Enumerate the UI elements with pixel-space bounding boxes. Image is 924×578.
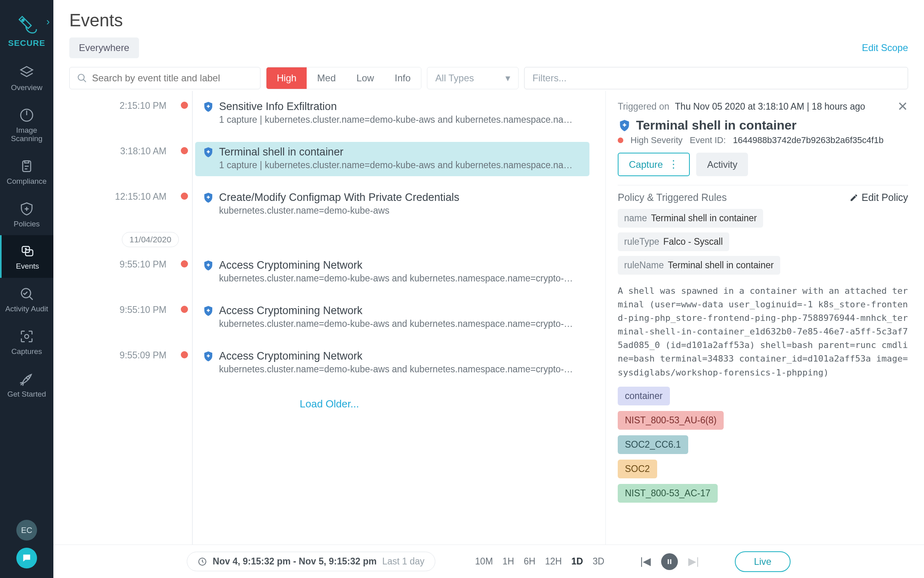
main: Events Everywhere Edit Scope High Med Lo… <box>53 0 924 578</box>
severity-med-button[interactable]: Med <box>307 67 346 89</box>
tag[interactable]: NIST_800-53_AC-17 <box>618 484 718 503</box>
event-row[interactable]: 9:55:10 PM Access Cryptomining Network k… <box>53 250 605 295</box>
clock-icon <box>198 557 207 566</box>
tag[interactable]: SOC2 <box>618 460 657 478</box>
time-preset-group: 10M 1H 6H 12H 1D 3D <box>475 556 605 567</box>
edit-policy-link[interactable]: Edit Policy <box>850 192 908 203</box>
triggered-label: Triggered on <box>618 101 670 112</box>
shield-icon <box>202 350 214 362</box>
event-row[interactable]: 12:15:10 AM Create/Modify Configmap With… <box>53 182 605 227</box>
time-preset-1d[interactable]: 1D <box>572 556 583 567</box>
triggered-value: Thu Nov 05 2020 at 3:18:10 AM | 18 hours… <box>675 101 865 112</box>
time-preset-3d[interactable]: 3D <box>593 556 604 567</box>
event-id-label: Event ID: <box>690 135 726 145</box>
filters-input[interactable] <box>524 67 908 89</box>
close-icon[interactable]: ✕ <box>897 99 908 114</box>
date-divider: 11/04/2020 <box>122 232 179 247</box>
rules-heading: Policy & Triggered Rules <box>618 192 727 203</box>
sidebar-item-events[interactable]: Events <box>0 235 53 278</box>
event-row[interactable]: 9:55:10 PM Access Cryptomining Network k… <box>53 295 605 340</box>
timebar: Nov 4, 9:15:32 pm - Nov 5, 9:15:32 pm La… <box>53 545 924 578</box>
severity-dot-icon <box>181 193 188 200</box>
shield-icon <box>618 119 631 132</box>
skip-forward-icon[interactable]: ▶| <box>688 555 699 568</box>
load-older-link[interactable]: Load Older... <box>53 386 605 422</box>
time-range-pill[interactable]: Nov 4, 9:15:32 pm - Nov 5, 9:15:32 pm La… <box>187 552 435 571</box>
shield-icon <box>202 260 214 271</box>
sidebar-expand-icon[interactable]: › <box>46 16 50 28</box>
activity-button[interactable]: Activity <box>696 153 748 176</box>
sidebar-item-overview[interactable]: Overview <box>0 57 53 99</box>
event-row[interactable]: 2:15:10 PM Sensitive Info Exfiltration 1… <box>53 91 605 136</box>
sidebar-item-get-started[interactable]: Get Started <box>0 363 53 406</box>
sidebar-item-image-scanning[interactable]: Image Scanning <box>0 99 53 150</box>
header: Events Everywhere Edit Scope High Med Lo… <box>53 0 924 91</box>
event-row[interactable]: 9:55:09 PM Access Cryptomining Network k… <box>53 340 605 386</box>
shield-plus-icon <box>18 200 35 218</box>
severity-dot-icon <box>181 102 188 109</box>
rule-kv: ruleTypeFalco - Syscall <box>618 232 729 251</box>
event-subtitle: kubernetes.cluster.name=demo-kube-aws an… <box>219 318 580 329</box>
pencil-icon <box>850 193 858 202</box>
severity-low-button[interactable]: Low <box>346 67 384 89</box>
sidebar-item-activity-audit[interactable]: Activity Audit <box>0 278 53 320</box>
tag[interactable]: NIST_800-53_AU-6(8) <box>618 411 724 430</box>
divider <box>618 185 908 185</box>
event-details-panel: Triggered on Thu Nov 05 2020 at 3:18:10 … <box>605 91 924 545</box>
time-preset-12h[interactable]: 12H <box>545 556 562 567</box>
pause-button[interactable] <box>661 553 678 570</box>
sidebar-item-captures[interactable]: Captures <box>0 320 53 363</box>
chevron-down-icon: ▾ <box>505 73 510 84</box>
event-row[interactable]: 3:18:10 AM Terminal shell in container 1… <box>53 136 605 182</box>
rule-kv: ruleNameTerminal shell in container <box>618 256 780 275</box>
event-time: 3:18:10 AM <box>53 142 181 157</box>
severity-dot-icon <box>181 306 188 313</box>
event-title: Terminal shell in container <box>219 146 343 158</box>
event-subtitle: 1 capture | kubernetes.cluster.name=demo… <box>219 160 580 171</box>
events-list: 2:15:10 PM Sensitive Info Exfiltration 1… <box>53 91 605 545</box>
playback-controls: |◀ ▶| <box>640 553 699 570</box>
severity-dot-icon <box>618 138 623 143</box>
capture-button[interactable]: Capture ⋮ <box>618 153 690 176</box>
page-title: Events <box>69 10 908 30</box>
tag[interactable]: container <box>618 387 670 405</box>
clipboard-icon <box>18 157 35 175</box>
event-title: Create/Modify Configmap With Private Cre… <box>219 191 459 204</box>
severity-dot-icon <box>181 260 188 267</box>
shield-icon <box>202 192 214 204</box>
layers-icon <box>18 64 35 81</box>
tag[interactable]: SOC2_CC6.1 <box>618 435 688 454</box>
severity-dot-icon <box>181 147 188 154</box>
app-logo-icon <box>15 13 39 37</box>
time-preset-10m[interactable]: 10M <box>475 556 493 567</box>
scope-chip[interactable]: Everywhere <box>69 37 139 58</box>
time-preset-1h[interactable]: 1H <box>503 556 514 567</box>
edit-scope-link[interactable]: Edit Scope <box>862 42 908 53</box>
severity-info-button[interactable]: Info <box>384 67 421 89</box>
event-subtitle: kubernetes.cluster.name=demo-kube-aws an… <box>219 273 580 284</box>
rule-kv: nameTerminal shell in container <box>618 209 763 228</box>
event-title: Access Cryptomining Network <box>219 350 362 362</box>
sidebar: › SECURE Overview Image Scanning Complia… <box>0 0 53 578</box>
event-time: 9:55:10 PM <box>53 255 181 270</box>
user-avatar[interactable]: EC <box>16 520 37 541</box>
severity-high-button[interactable]: High <box>266 67 307 89</box>
event-subtitle: kubernetes.cluster.name=demo-kube-aws <box>219 205 580 216</box>
skip-back-icon[interactable]: |◀ <box>640 555 651 568</box>
shield-icon <box>202 101 214 113</box>
event-title: Sensitive Info Exfiltration <box>219 100 337 113</box>
svg-rect-10 <box>668 559 669 564</box>
sidebar-item-compliance[interactable]: Compliance <box>0 150 53 193</box>
power-icon <box>18 106 35 124</box>
svg-rect-11 <box>670 559 671 564</box>
shield-icon <box>202 305 214 317</box>
event-time: 9:55:09 PM <box>53 346 181 361</box>
live-button[interactable]: Live <box>735 551 791 572</box>
search-input[interactable] <box>92 73 253 84</box>
search-input-wrapper[interactable] <box>69 67 260 89</box>
sidebar-item-policies[interactable]: Policies <box>0 193 53 236</box>
time-preset-6h[interactable]: 6H <box>524 556 535 567</box>
help-chat-button[interactable] <box>16 548 37 568</box>
severity-segmented: High Med Low Info <box>266 67 421 89</box>
types-dropdown[interactable]: All Types ▾ <box>427 67 519 89</box>
